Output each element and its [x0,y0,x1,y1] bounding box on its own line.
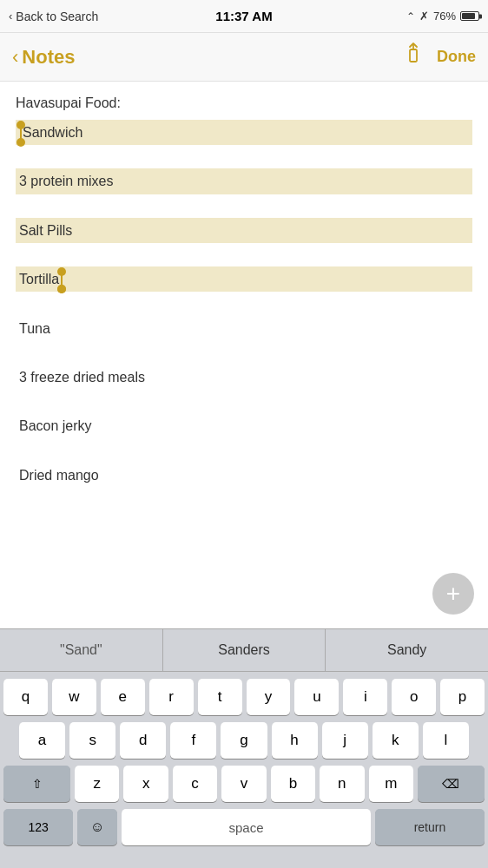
predictive-item-1[interactable]: Sanders [163,629,326,671]
list-item: Tuna [16,316,472,341]
keyboard-row-2: a s d f g h j k l [3,722,485,759]
key-w[interactable]: w [52,679,96,715]
list-item: Dried mango [16,463,472,488]
fab-container: + [432,573,474,615]
keyboard-row-4: 123 ☺ space return [3,809,485,845]
line-text: Sandwich [23,125,82,140]
key-shift[interactable]: ⇧ [3,766,70,802]
done-button[interactable]: Done [437,48,476,66]
key-m[interactable]: m [369,766,413,802]
key-j[interactable]: j [322,722,368,759]
add-note-button[interactable]: + [432,573,474,615]
key-emoji[interactable]: ☺ [77,809,117,845]
line-text: Tortilla [19,272,59,286]
nav-back-button[interactable]: ‹ Notes [12,46,75,69]
line-text: Tuna [19,321,50,336]
key-o[interactable]: o [392,679,436,715]
battery-icon [460,11,479,21]
list-item: Sandwich [16,120,472,145]
status-time: 11:37 AM [215,9,272,23]
nav-right-actions: Done [404,43,476,72]
svg-rect-0 [410,49,417,62]
bluetooth-icon: ✗ [419,10,429,23]
key-numbers[interactable]: 123 [3,809,73,845]
back-label: Back to Search [16,10,98,23]
key-e[interactable]: e [101,679,145,715]
key-g[interactable]: g [221,722,267,759]
key-k[interactable]: k [373,722,419,759]
predictive-item-2[interactable]: Sandy [326,629,488,671]
key-f[interactable]: f [170,722,216,759]
key-l[interactable]: l [423,722,469,759]
key-h[interactable]: h [272,722,318,759]
key-a[interactable]: a [19,722,65,759]
nav-bar: ‹ Notes Done [0,33,488,82]
key-v[interactable]: v [221,766,266,802]
key-x[interactable]: x [123,766,168,802]
share-button[interactable] [404,43,423,72]
line-text: Dried mango [19,468,99,483]
key-s[interactable]: s [69,722,115,759]
keyboard: q w e r t y u i o p a s d f g h j k l ⇧ … [0,672,488,868]
nav-back-chevron-icon: ‹ [12,46,18,69]
list-item: 3 protein mixes [16,168,472,194]
key-space[interactable]: space [122,809,371,845]
list-item: Salt Pills [16,218,472,243]
status-bar: ‹ Back to Search 11:37 AM ⌃ ✗ 76% [0,0,488,33]
key-d[interactable]: d [120,722,166,759]
list-item: 3 freeze dried meals [16,365,472,390]
line-text: Salt Pills [19,223,72,238]
main-container: Havasupai Food: Sandwich 3 protein mixes… [0,82,488,868]
key-t[interactable]: t [198,679,242,715]
key-i[interactable]: i [343,679,387,715]
note-area[interactable]: Havasupai Food: Sandwich 3 protein mixes… [0,82,488,628]
keyboard-row-1: q w e r t y u i o p [3,679,485,715]
key-c[interactable]: c [173,766,217,802]
key-delete[interactable]: ⌫ [418,766,485,802]
key-n[interactable]: n [320,766,364,802]
key-u[interactable]: u [294,679,339,715]
predictive-bar: "Sand" Sanders Sandy [0,628,488,672]
key-y[interactable]: y [247,679,291,715]
note-text-area[interactable]: Sandwich 3 protein mixes Salt Pills Tort… [16,120,472,488]
cursor-start-handle [20,126,22,141]
cursor-end-handle [61,273,63,288]
predictive-item-0[interactable]: "Sand" [0,629,163,671]
nav-title: Notes [22,46,75,69]
line-text: 3 protein mixes [19,174,114,188]
key-q[interactable]: q [3,679,48,715]
back-to-search[interactable]: ‹ Back to Search [9,10,98,23]
keyboard-row-3: ⇧ z x c v b n m ⌫ [3,766,485,802]
list-item: Tortilla [16,266,472,292]
key-return[interactable]: return [375,809,485,845]
key-b[interactable]: b [271,766,315,802]
list-item: Bacon jerky [16,413,472,438]
key-r[interactable]: r [149,679,194,715]
status-right: ⌃ ✗ 76% [406,10,479,23]
note-title: Havasupai Food: [16,95,472,111]
line-text: 3 freeze dried meals [19,370,145,385]
battery-percent: 76% [433,10,456,23]
line-text: Bacon jerky [19,418,92,433]
note-content[interactable]: Havasupai Food: Sandwich 3 protein mixes… [0,82,488,547]
location-icon: ⌃ [406,10,415,23]
back-chevron-icon: ‹ [9,10,12,23]
key-z[interactable]: z [75,766,119,802]
key-p[interactable]: p [440,679,485,715]
